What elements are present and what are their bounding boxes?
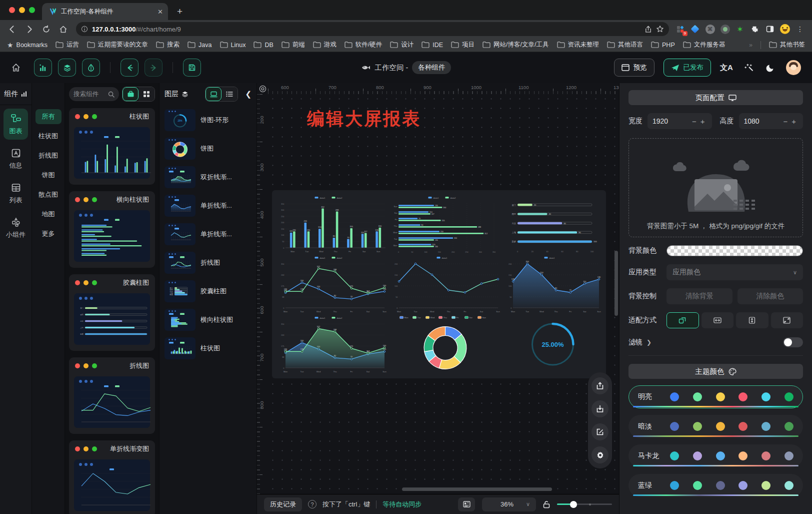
close-window-button[interactable] [9,7,15,13]
layers-mode-button[interactable] [58,59,76,77]
layer-item-8[interactable]: 柱状图 [164,337,252,359]
back-icon[interactable] [5,22,19,36]
minimize-window-button[interactable] [19,7,25,13]
share-icon[interactable] [644,26,652,33]
layer-item-3[interactable]: 单折线渐... [164,195,252,217]
magic-wand-icon[interactable] [742,63,755,73]
settings-gear-icon[interactable] [592,446,608,463]
home-icon[interactable] [56,22,70,36]
zoom-slider[interactable] [557,501,612,508]
component-card-2[interactable]: 胶囊柱图 厦门南阳北京上海新疆 [69,274,155,351]
canvas-chart-capsule-chart[interactable]: 厦门20南阳40北京60上海80新疆100020406080100 [502,194,603,254]
bookmark-folder[interactable]: 近期需要读的文章 [87,41,148,49]
theme-color-header[interactable]: 主题颜色 [628,364,803,379]
bookmark-folder[interactable]: 文件服务器 [683,41,726,49]
layer-item-6[interactable]: 厦门南阳北京上海新疆 胶囊柱图 [164,280,252,302]
bookmark-folder[interactable]: 项目 [451,41,474,49]
editor-canvas[interactable]: 6007008009001000110012001300 20030040050… [257,83,619,514]
undo-button[interactable] [120,59,138,77]
bookmark-folder[interactable]: 网站/博客/文章/工具 [482,41,548,49]
tab-close-icon[interactable]: ✕ [158,8,163,16]
bookmark-folder[interactable]: 设计 [390,41,414,49]
rail-item-2[interactable]: 列表 [4,178,28,209]
bookmark-folder[interactable]: 前端 [282,41,305,49]
component-card-0[interactable]: 柱状图 [69,108,155,185]
dashboard-panel[interactable]: 3503002502001501005001202001508070110130… [272,190,606,378]
bookmark-folder[interactable]: 游戏 [313,41,336,49]
extension-diamond-icon[interactable] [690,24,700,34]
edit-button[interactable] [592,423,608,440]
canvas-chart-single-line-gradient-area[interactable]: 2001501005001202001508070110130MonTueWed… [502,254,603,314]
layer-item-7[interactable]: 横向柱状图 [164,309,252,331]
toolbox-view-button[interactable] [122,87,138,101]
app-home-icon[interactable] [11,63,21,73]
project-name-badge[interactable]: 各种组件 [412,61,451,74]
clear-color-button[interactable]: 清除颜色 [738,288,804,304]
bg-color-swatch[interactable] [666,245,803,256]
eye-icon[interactable] [258,85,267,93]
category-1[interactable]: 柱状图 [36,129,62,144]
collapse-panel-chevron[interactable]: ❮ [245,90,252,99]
canvas-chart-double-line-gradient-area[interactable]: 3502631758801202001508070110130130130312… [275,314,388,374]
help-icon[interactable]: ? [308,500,316,508]
rail-item-0[interactable]: 图表 [4,109,28,140]
bookmark-folder[interactable]: IDE [422,42,443,49]
theme-row-3[interactable]: 蓝绿 [628,474,803,497]
bookmarks-root[interactable]: ★Bookmarks [7,41,48,49]
chart-mode-button[interactable] [34,59,52,77]
preview-button[interactable]: 预览 [614,59,654,77]
publish-button[interactable]: 已发布 [664,59,712,77]
minus-icon[interactable]: − [690,117,698,126]
language-icon[interactable]: 文A [720,63,733,73]
canvas-chart-progress-ring[interactable]: 25.00% [502,314,603,374]
history-button[interactable]: 历史记录 [264,497,302,511]
canvas-chart-single-line-gradient[interactable]: 200150100500MonTueWedThuFriSatSundata1 [388,254,502,314]
category-0[interactable]: 所有 [36,109,62,124]
category-3[interactable]: 饼图 [36,168,62,183]
chevron-right-icon[interactable]: ❯ [646,339,652,346]
dark-mode-moon-icon[interactable] [764,63,777,72]
vertical-scrollbar[interactable] [614,251,618,316]
browser-tab[interactable]: 工作空间-各种组件 ✕ [42,3,168,20]
component-card-4[interactable]: 单折线渐变图 [69,440,155,514]
thumbnail-view-button[interactable] [206,87,222,101]
extensions-puzzle-icon[interactable] [750,24,760,34]
user-avatar[interactable] [786,60,801,75]
layer-item-5[interactable]: 折线图 [164,252,252,274]
extension-recorder-icon[interactable] [720,24,730,34]
minus-icon[interactable]: − [781,117,790,126]
forward-icon[interactable] [22,22,36,36]
url-bar[interactable]: 127.0.0.1:3000/#/chart/home/9 [76,22,669,36]
layer-item-0[interactable]: 25% 饼图-环形 [164,109,252,131]
extension-command-icon[interactable]: ⌘ [705,24,715,34]
page-config-header[interactable]: 页面配置 [628,90,803,105]
import-button[interactable] [592,400,608,417]
bookmarks-overflow-chevron[interactable]: » [749,42,752,49]
component-card-3[interactable]: 折线图 [69,357,155,434]
category-4[interactable]: 散点图 [36,187,62,202]
canvas-chart-pie-donut[interactable]: MonTueWedThuFriSatSun [388,314,502,374]
theme-row-2[interactable]: 马卡龙 [628,444,803,467]
export-button[interactable] [592,377,608,394]
bookmark-folder[interactable]: 搜索 [156,41,180,49]
horizontal-scrollbar[interactable] [402,487,552,491]
bookmark-folder[interactable]: DB [254,42,273,49]
background-upload-dropzone[interactable]: 背景图需小于 5M ， 格式为 png/jpg/gif 的文件 [628,138,803,237]
reload-icon[interactable] [39,22,53,36]
width-stepper[interactable]: 1920−+ [648,113,712,129]
new-tab-button[interactable]: + [177,6,182,20]
height-stepper[interactable]: 1080−+ [739,113,804,129]
theme-row-1[interactable]: 暗淡 [628,415,803,438]
redo-button[interactable] [144,59,162,77]
bookmark-folder[interactable]: 运营 [56,41,79,49]
sidebar-toggle-icon[interactable] [765,24,775,34]
clear-background-button[interactable]: 清除背景 [666,288,732,304]
category-2[interactable]: 折线图 [36,148,62,163]
other-bookmarks-folder[interactable]: 其他书签 [769,41,805,49]
maximize-window-button[interactable] [29,7,35,13]
detail-panel-button[interactable] [458,497,475,511]
bookmark-folder[interactable]: Linux [220,42,246,49]
category-6[interactable]: 更多 [36,226,62,241]
fit-height-button[interactable] [736,312,768,328]
plus-icon[interactable]: + [698,117,707,126]
